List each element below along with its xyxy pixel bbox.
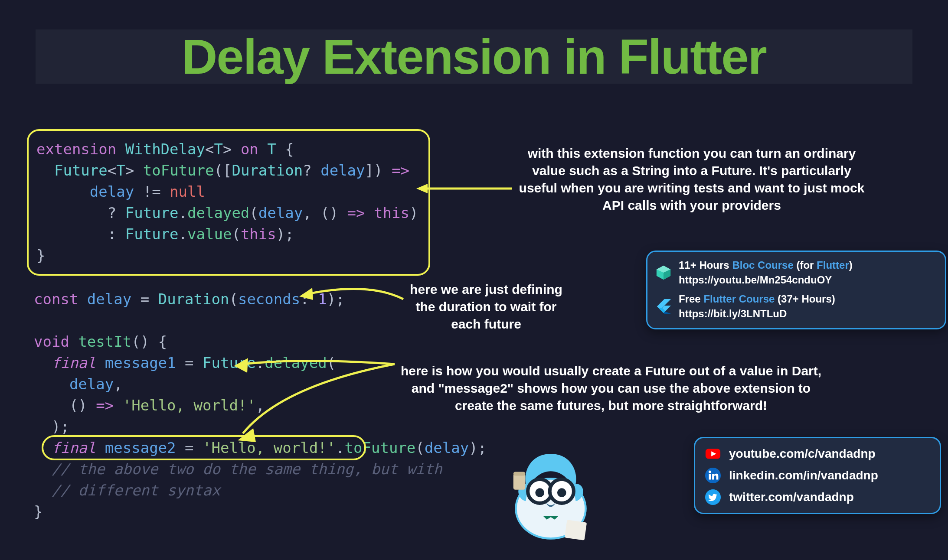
annotation-duration: here we are just defining the duration t… bbox=[402, 281, 571, 333]
bloc-course-link[interactable]: Bloc Course bbox=[732, 259, 793, 271]
type-future: Future bbox=[54, 162, 108, 179]
type-t: T bbox=[214, 140, 222, 158]
fn-delayed: delayed bbox=[187, 204, 249, 221]
linkedin-text: linkedin.com/in/vandadnp bbox=[729, 467, 878, 484]
linkedin-icon bbox=[705, 467, 721, 484]
fn-value: value bbox=[187, 225, 232, 243]
bloc-cube-icon bbox=[655, 264, 672, 281]
code-extension-block: extension WithDelay<T> on T { Future<T> … bbox=[27, 129, 430, 276]
type-duration: Duration bbox=[232, 162, 303, 179]
kw-null: null bbox=[170, 183, 205, 200]
youtube-icon bbox=[705, 446, 721, 462]
kw-this: this bbox=[374, 204, 409, 221]
svg-rect-24 bbox=[513, 474, 526, 490]
social-linkedin[interactable]: linkedin.com/in/vandadnp bbox=[705, 467, 930, 484]
var-delay: delay bbox=[87, 290, 131, 308]
twitter-icon bbox=[705, 489, 721, 505]
fn-testit: testIt bbox=[78, 333, 131, 350]
twitter-text: twitter.com/vandadnp bbox=[729, 488, 854, 506]
flutter-url[interactable]: https://bit.ly/3LNTLuD bbox=[679, 308, 787, 319]
svg-marker-3 bbox=[234, 358, 248, 373]
kw-extension: extension bbox=[36, 140, 116, 158]
svg-point-23 bbox=[557, 488, 566, 497]
dash-mascot-icon bbox=[501, 444, 601, 544]
flutter-course-link[interactable]: Flutter Course bbox=[703, 293, 775, 305]
svg-rect-26 bbox=[565, 520, 587, 540]
flutter-logo-icon bbox=[655, 298, 672, 315]
var-message1: message1 bbox=[105, 354, 176, 371]
param-delay: delay bbox=[320, 162, 365, 179]
kw-void: void bbox=[34, 333, 69, 350]
arrow-to-extension bbox=[416, 182, 516, 199]
course-row-flutter: Free Flutter Course (37+ Hours) https://… bbox=[655, 292, 937, 321]
kw-const: const bbox=[34, 290, 78, 308]
svg-rect-15 bbox=[709, 474, 711, 479]
kw-final: final bbox=[52, 354, 96, 371]
arg-seconds: seconds bbox=[238, 290, 300, 308]
course-row-bloc: 11+ Hours Bloc Course (for Flutter) http… bbox=[655, 258, 937, 287]
fn-tofuture: toFuture bbox=[143, 162, 214, 179]
svg-point-22 bbox=[535, 488, 544, 497]
social-youtube[interactable]: youtube.com/c/vandadnp bbox=[705, 445, 930, 462]
title-bar: Delay Extension in Flutter bbox=[36, 29, 912, 84]
svg-point-16 bbox=[709, 471, 711, 473]
comment-line-2: // different syntax bbox=[52, 482, 220, 499]
social-links-box: youtube.com/c/vandadnp linkedin.com/in/v… bbox=[694, 437, 941, 514]
youtube-text: youtube.com/c/vandadnp bbox=[729, 445, 876, 462]
svg-marker-1 bbox=[416, 184, 428, 193]
arrow-to-const bbox=[295, 277, 408, 312]
annotation-message2: here is how you would usually create a F… bbox=[392, 362, 830, 414]
bloc-url[interactable]: https://youtu.be/Mn254cnduOY bbox=[679, 274, 832, 286]
course-promo-box: 11+ Hours Bloc Course (for Flutter) http… bbox=[646, 251, 946, 329]
ext-name: WithDelay bbox=[125, 140, 205, 158]
page-title: Delay Extension in Flutter bbox=[182, 28, 766, 85]
comment-line-1: // the above two do the same thing, but … bbox=[52, 460, 442, 478]
svg-rect-25 bbox=[513, 472, 526, 475]
annotation-extension: with this extension function you can tur… bbox=[516, 145, 867, 214]
social-twitter[interactable]: twitter.com/vandadnp bbox=[705, 488, 930, 506]
kw-on: on bbox=[241, 140, 258, 158]
svg-marker-2 bbox=[299, 288, 313, 300]
arrow-to-usage bbox=[217, 355, 399, 451]
